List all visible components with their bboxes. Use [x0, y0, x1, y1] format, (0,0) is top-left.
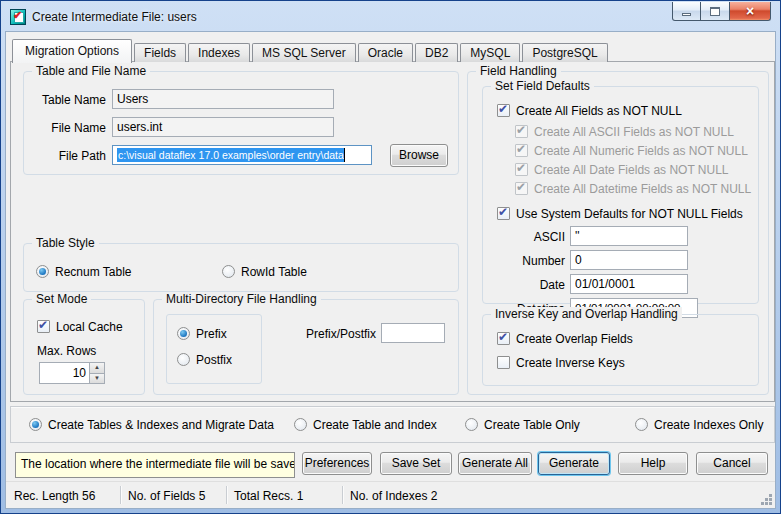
- create-overlap-fields-checkbox[interactable]: [497, 332, 510, 345]
- status-separator: [342, 486, 343, 504]
- tab-indexes[interactable]: Indexes: [188, 43, 250, 62]
- create-all-fields-checkbox[interactable]: [497, 104, 510, 117]
- max-rows-value: 10: [40, 363, 89, 383]
- save-set-button[interactable]: Save Set: [380, 452, 452, 475]
- status-hint-box: The location where the intermediate file…: [15, 452, 295, 478]
- status-bar: Rec. Length 56 No. of Fields 5 Total Rec…: [6, 481, 775, 508]
- group-legend: Inverse Key and Overlap Handling: [491, 307, 682, 321]
- status-rec-length: Rec. Length 56: [14, 489, 95, 503]
- generate-button[interactable]: Generate: [538, 452, 610, 475]
- window-controls: ×: [672, 2, 771, 21]
- file-path-input[interactable]: c:\visual dataflex 17.0 examples\order e…: [112, 145, 372, 165]
- date-default-label: Date: [483, 278, 565, 292]
- table-name-label: Table Name: [24, 93, 106, 107]
- date-default-input[interactable]: [570, 274, 688, 294]
- postfix-radio[interactable]: [177, 353, 190, 366]
- status-num-fields: No. of Fields 5: [128, 489, 205, 503]
- file-path-selected-text: c:\visual dataflex 17.0 examples\order e…: [117, 148, 344, 162]
- ascii-default-input[interactable]: [570, 226, 688, 246]
- group-table-style: Table Style Recnum Table RowId Table: [23, 243, 459, 292]
- group-multi-directory: Multi-Directory File Handling Prefix Pos…: [153, 299, 459, 395]
- close-icon: ×: [746, 4, 754, 18]
- create-table-only-label: Create Table Only: [484, 418, 580, 432]
- create-datetime-label: Create All Datetime Fields as NOT NULL: [534, 182, 751, 196]
- recnum-table-label: Recnum Table: [55, 265, 132, 279]
- close-button[interactable]: ×: [730, 2, 771, 21]
- local-cache-checkbox[interactable]: [37, 320, 50, 333]
- rowid-table-label: RowId Table: [241, 265, 307, 279]
- status-separator: [120, 486, 121, 504]
- create-numeric-label: Create All Numeric Fields as NOT NULL: [534, 144, 748, 158]
- use-system-defaults-label: Use System Defaults for NOT NULL Fields: [516, 207, 743, 221]
- text-caret: [344, 148, 345, 162]
- title-bar[interactable]: Create Intermediate File: users ×: [2, 2, 779, 31]
- create-table-only-radio[interactable]: [465, 418, 478, 431]
- help-button[interactable]: Help: [618, 452, 688, 475]
- maximize-icon: [710, 7, 720, 16]
- number-default-input[interactable]: [570, 250, 688, 270]
- ascii-default-label: ASCII: [483, 230, 565, 244]
- recnum-table-radio[interactable]: [36, 265, 49, 278]
- create-inverse-keys-label: Create Inverse Keys: [516, 356, 625, 370]
- tab-migration-options[interactable]: Migration Options: [12, 39, 132, 63]
- file-name-label: File Name: [24, 121, 106, 135]
- group-legend: Set Mode: [32, 292, 91, 306]
- prefix-label: Prefix: [196, 327, 227, 341]
- group-set-mode: Set Mode Local Cache Max. Rows 10 ▲ ▼: [23, 299, 145, 395]
- spin-buttons: ▲ ▼: [89, 363, 104, 383]
- spin-up-icon[interactable]: ▲: [90, 363, 104, 374]
- minimize-icon: [682, 13, 691, 16]
- group-set-field-defaults: Set Field Defaults Create All Fields as …: [482, 86, 759, 304]
- minimize-button[interactable]: [672, 2, 701, 21]
- maximize-button[interactable]: [701, 2, 730, 21]
- resize-grip[interactable]: [769, 502, 772, 505]
- preferences-button[interactable]: Preferences: [302, 452, 372, 475]
- create-tables-indexes-migrate-radio[interactable]: [29, 418, 42, 431]
- group-inverse-overlap: Inverse Key and Overlap Handling Create …: [482, 314, 759, 386]
- browse-button[interactable]: Browse: [390, 144, 448, 167]
- window-title: Create Intermediate File: users: [32, 10, 197, 24]
- create-table-and-index-radio[interactable]: [294, 418, 307, 431]
- create-ascii-checkbox: [515, 125, 528, 138]
- dialog-client-area: Migration Options Fields Indexes MS SQL …: [5, 31, 776, 509]
- tab-mysql[interactable]: MySQL: [460, 43, 520, 62]
- group-legend: Set Field Defaults: [491, 79, 594, 93]
- tab-page-migration-options: Table and File Name Table Name File Name…: [10, 61, 775, 402]
- prefix-radio[interactable]: [177, 327, 190, 340]
- create-table-and-index-label: Create Table and Index: [313, 418, 437, 432]
- tab-oracle[interactable]: Oracle: [358, 43, 413, 62]
- max-rows-stepper[interactable]: 10 ▲ ▼: [39, 362, 105, 384]
- file-name-input[interactable]: [112, 117, 334, 137]
- group-field-handling: Field Handling Set Field Defaults Create…: [467, 71, 769, 395]
- tab-postgresql[interactable]: PostgreSQL: [522, 43, 607, 62]
- create-indexes-only-radio[interactable]: [635, 418, 648, 431]
- tab-ms-sql-server[interactable]: MS SQL Server: [252, 43, 356, 62]
- dialog-window: Create Intermediate File: users × Migrat…: [0, 0, 781, 514]
- create-numeric-checkbox: [515, 144, 528, 157]
- status-num-indexes: No. of Indexes 2: [350, 489, 437, 503]
- group-legend: Field Handling: [476, 64, 561, 78]
- group-legend: Table and File Name: [32, 64, 150, 78]
- create-datetime-checkbox: [515, 182, 528, 195]
- cancel-button[interactable]: Cancel: [696, 452, 768, 475]
- max-rows-label: Max. Rows: [37, 344, 96, 358]
- generate-mode-panel: Create Tables & Indexes and Migrate Data…: [10, 406, 775, 443]
- postfix-label: Postfix: [196, 353, 232, 367]
- tab-bar: Migration Options Fields Indexes MS SQL …: [12, 39, 610, 62]
- create-indexes-only-label: Create Indexes Only: [654, 418, 763, 432]
- prefix-postfix-input[interactable]: [381, 323, 445, 343]
- create-ascii-label: Create All ASCII Fields as NOT NULL: [534, 125, 734, 139]
- tab-db2[interactable]: DB2: [415, 43, 458, 62]
- use-system-defaults-checkbox[interactable]: [497, 207, 510, 220]
- app-icon: [10, 9, 26, 25]
- generate-all-button[interactable]: Generate All: [458, 452, 532, 475]
- group-legend: Multi-Directory File Handling: [162, 292, 321, 306]
- file-path-label: File Path: [24, 149, 106, 163]
- create-all-fields-label: Create All Fields as NOT NULL: [516, 104, 682, 118]
- tab-fields[interactable]: Fields: [134, 43, 186, 62]
- prefix-postfix-label: Prefix/Postfix: [286, 327, 376, 341]
- table-name-input[interactable]: [112, 89, 334, 109]
- create-inverse-keys-checkbox[interactable]: [497, 356, 510, 369]
- rowid-table-radio[interactable]: [222, 265, 235, 278]
- spin-down-icon[interactable]: ▼: [90, 374, 104, 384]
